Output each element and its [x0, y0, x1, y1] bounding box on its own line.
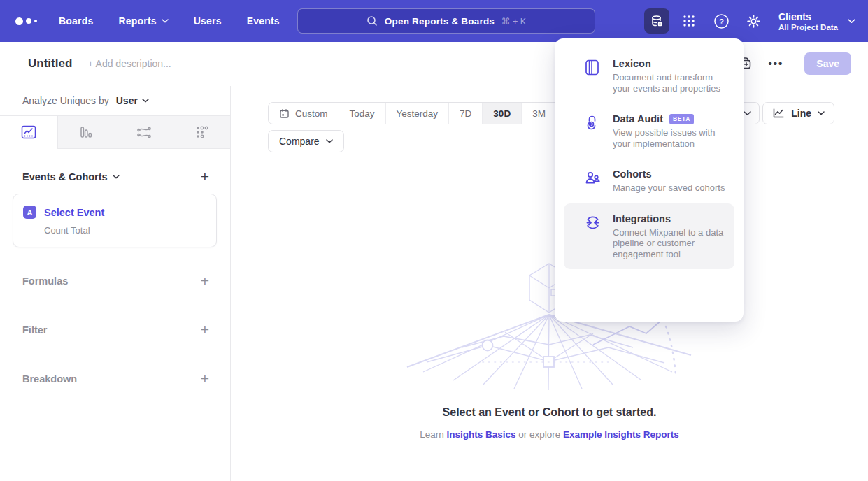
date-range-label: 30D [493, 108, 511, 119]
date-range-label: Yesterday [397, 108, 439, 119]
filter-section: Filter + [0, 322, 230, 337]
bar-chart-icon [78, 124, 94, 140]
query-sidebar: Analyze Uniques by User [0, 86, 231, 481]
date-range-3m[interactable]: 3M [521, 103, 556, 124]
menu-item-integrations[interactable]: Integrations Connect Mixpanel to a data … [564, 203, 734, 270]
analyze-value-dropdown[interactable]: User [116, 95, 149, 106]
chevron-down-icon [113, 175, 120, 179]
integrations-sync-icon [584, 213, 601, 260]
events-cohorts-label: Events & Cohorts [22, 171, 108, 182]
more-options-button[interactable]: ••• [765, 53, 786, 74]
events-cohorts-dropdown[interactable]: Events & Cohorts [22, 171, 120, 182]
search-placeholder: Open Reports & Boards [385, 16, 495, 27]
analyze-label: Analyze Uniques by [22, 95, 109, 106]
chevron-down-icon [848, 19, 855, 24]
chevron-down-icon [326, 139, 333, 143]
beta-badge: BETA [669, 114, 694, 124]
example-reports-link[interactable]: Example Insights Reports [563, 429, 679, 440]
gear-icon [746, 13, 762, 29]
app-root: Boards Reports Users Events Open Reports… [0, 0, 868, 481]
help-icon: ? [713, 13, 730, 29]
chevron-down-icon [744, 111, 751, 116]
date-range-7d[interactable]: 7D [448, 103, 482, 124]
svg-text:?: ? [719, 17, 724, 25]
menu-item-title: Integrations [613, 213, 727, 224]
nav-boards[interactable]: Boards [59, 15, 93, 27]
apps-grid-button[interactable] [676, 8, 702, 34]
menu-item-title: Lexicon [613, 58, 727, 69]
ellipsis-icon: ••• [768, 57, 783, 69]
add-breakdown-button[interactable]: + [201, 371, 209, 386]
viz-tab-metric[interactable] [173, 116, 231, 149]
line-chart-icon [772, 108, 785, 119]
chart-type-label: Line [791, 108, 811, 119]
date-range-30d[interactable]: 30D [482, 103, 521, 124]
date-range-custom[interactable]: Custom [269, 103, 339, 124]
date-range-today[interactable]: Today [339, 103, 385, 124]
events-cohorts-section: Events & Cohorts + [0, 169, 230, 184]
select-event-button[interactable]: Select Event [44, 207, 104, 218]
project-switcher[interactable]: Clients All Project Data [778, 11, 855, 31]
global-search-input[interactable]: Open Reports & Boards ⌘ + K [297, 8, 595, 34]
nav-users[interactable]: Users [194, 15, 222, 27]
top-navbar: Boards Reports Users Events Open Reports… [0, 0, 868, 42]
viz-tab-bar[interactable] [57, 116, 115, 149]
settings-button[interactable] [741, 8, 766, 34]
chevron-down-icon [818, 111, 825, 115]
formulas-section: Formulas + [0, 273, 230, 288]
add-filter-button[interactable]: + [201, 322, 209, 337]
compare-button[interactable]: Compare [268, 130, 344, 152]
date-range-label: 7D [460, 108, 471, 119]
date-range-yesterday[interactable]: Yesterday [385, 103, 449, 124]
event-aggregation[interactable]: Count Total [44, 225, 206, 236]
menu-item-title: Data Audit [613, 113, 663, 124]
date-range-label: Today [350, 108, 375, 119]
menu-item-description: View possible issues with your implement… [613, 127, 727, 149]
cohorts-users-icon [584, 168, 601, 194]
nav-events[interactable]: Events [247, 15, 280, 27]
viz-tab-line[interactable] [0, 116, 57, 149]
date-range-label: 3M [532, 108, 546, 119]
data-management-button[interactable] [644, 8, 669, 34]
event-card[interactable]: A Select Event Count Total [13, 194, 217, 247]
mixpanel-logo-icon[interactable] [15, 17, 49, 25]
search-shortcut: ⌘ + K [501, 16, 526, 27]
event-letter-badge: A [23, 206, 36, 219]
learn-prefix: Learn [420, 429, 444, 440]
breakdown-section: Breakdown + [0, 371, 230, 386]
nav-reports[interactable]: Reports [118, 15, 168, 27]
analyze-row: Analyze Uniques by User [0, 86, 230, 115]
date-range-label: Custom [295, 108, 328, 119]
compare-label: Compare [279, 136, 320, 147]
insights-basics-link[interactable]: Insights Basics [446, 429, 515, 440]
nav-reports-label: Reports [118, 15, 156, 27]
flow-icon [136, 124, 152, 140]
analyze-value: User [116, 95, 138, 106]
viz-tab-flow[interactable] [115, 116, 173, 149]
report-title[interactable]: Untitled [28, 57, 72, 71]
line-chart-icon [20, 124, 37, 140]
add-formula-button[interactable]: + [201, 273, 209, 288]
project-name: Clients [778, 11, 838, 23]
chevron-down-icon [142, 99, 149, 103]
nav-users-label: Users [194, 15, 222, 27]
menu-item-description: Document and transform your events and p… [613, 72, 727, 94]
formulas-label: Formulas [22, 275, 68, 287]
add-event-button[interactable]: + [201, 169, 209, 184]
menu-item-cohorts[interactable]: Cohorts Manage your saved cohorts [564, 159, 734, 203]
navbar-right: ? Clients All Project Data [644, 0, 855, 42]
chart-type-dropdown[interactable]: Line [762, 102, 834, 124]
middle-text: or explore [518, 429, 560, 440]
date-range-control: Custom Today Yesterday 7D 30D 3M 6M [268, 102, 592, 124]
lexicon-book-icon [584, 58, 601, 94]
menu-item-data-audit[interactable]: Data Audit BETA View possible issues wit… [564, 103, 734, 159]
metric-dots-icon [194, 124, 209, 140]
primary-nav: Boards Reports Users Events [59, 15, 280, 27]
add-description-field[interactable]: + Add description... [87, 58, 171, 69]
save-button[interactable]: Save [804, 52, 851, 75]
help-button[interactable]: ? [709, 8, 734, 34]
chevron-down-icon [162, 19, 169, 23]
menu-item-lexicon[interactable]: Lexicon Document and transform your even… [564, 48, 734, 103]
visualization-tabs [0, 115, 230, 149]
menu-item-description: Connect Mixpanel to a data pipeline or c… [613, 227, 727, 260]
